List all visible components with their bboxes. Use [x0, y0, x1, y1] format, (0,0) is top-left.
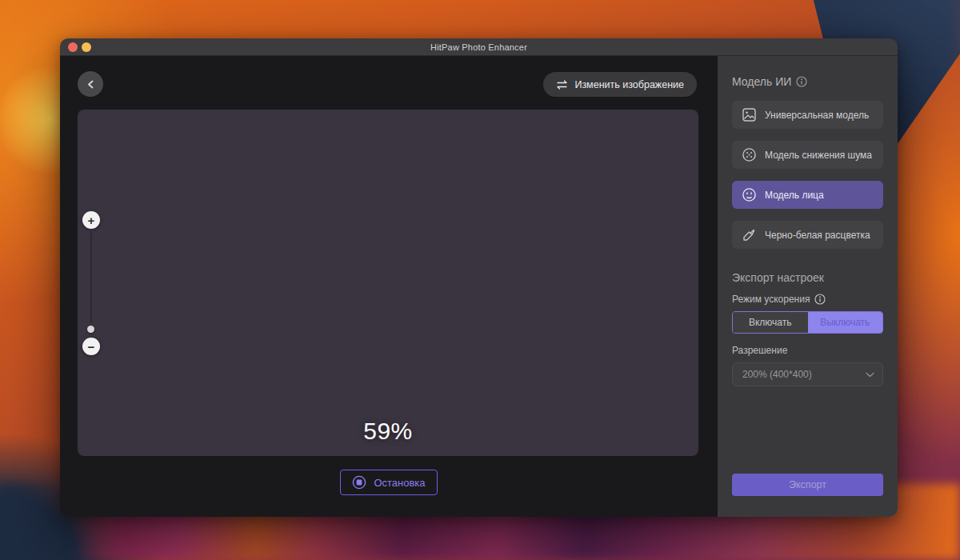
- export-button[interactable]: Экспорт: [732, 474, 883, 496]
- resolution-dropdown[interactable]: 200% (400*400): [732, 362, 883, 386]
- progress-percentage: 59%: [78, 418, 698, 445]
- close-window-button[interactable]: [68, 42, 78, 52]
- image-preview: 59% + −: [78, 110, 698, 456]
- chevron-left-icon: [86, 80, 95, 89]
- model-button-label: Модель снижения шума: [765, 150, 872, 161]
- resolution-value: 200% (400*400): [742, 369, 812, 380]
- change-image-button[interactable]: Изменить изображение: [543, 72, 697, 97]
- model-button-label: Универсальная модель: [765, 110, 869, 121]
- acceleration-toggle: Включать Выключать: [732, 311, 883, 334]
- window-title: HitPaw Photo Enhancer: [60, 42, 898, 52]
- window-titlebar[interactable]: HitPaw Photo Enhancer: [60, 38, 898, 56]
- brush-icon: [742, 227, 757, 242]
- zoom-slider-thumb[interactable]: [87, 326, 94, 333]
- main-area: Изменить изображение 59% + −: [60, 56, 718, 517]
- toggle-option-disable[interactable]: Выключать: [808, 312, 883, 333]
- zoom-slider-track[interactable]: [90, 232, 92, 323]
- image-icon: [742, 107, 757, 122]
- chevron-down-icon: [866, 372, 874, 378]
- zoom-control: + −: [82, 110, 101, 456]
- app-window: HitPaw Photo Enhancer Изменит: [60, 38, 898, 517]
- change-image-label: Изменить изображение: [574, 79, 684, 90]
- photo-being-enhanced: [78, 110, 698, 456]
- model-button-universal[interactable]: Универсальная модель: [732, 101, 883, 129]
- ai-model-header-label: Модель ИИ: [732, 75, 791, 88]
- model-button-colorize[interactable]: Черно-белая расцветка: [732, 221, 883, 249]
- noise-icon: [742, 147, 757, 162]
- model-button-label: Модель лица: [765, 190, 824, 201]
- minimize-window-button[interactable]: [82, 42, 91, 52]
- export-settings-header: Экспорт настроек: [732, 271, 883, 284]
- resolution-label: Разрешение: [732, 345, 883, 356]
- model-button-label: Черно-белая расцветка: [765, 230, 870, 241]
- toggle-option-enable[interactable]: Включать: [733, 312, 808, 333]
- desktop: HitPaw Photo Enhancer Изменит: [0, 0, 960, 560]
- acceleration-mode-row: Режим ускорения: [732, 294, 883, 305]
- stop-label: Остановка: [374, 477, 425, 489]
- model-button-denoise[interactable]: Модель снижения шума: [732, 141, 883, 169]
- back-button[interactable]: [78, 71, 103, 97]
- info-icon[interactable]: [796, 76, 807, 87]
- ai-model-header: Модель ИИ: [732, 75, 883, 88]
- sidebar: Модель ИИ: [718, 56, 898, 517]
- stop-icon: [352, 475, 366, 490]
- zoom-out-button[interactable]: −: [82, 338, 100, 355]
- acceleration-mode-label: Режим ускорения: [732, 294, 810, 305]
- face-icon: [742, 187, 757, 202]
- info-icon[interactable]: [814, 294, 826, 305]
- model-button-face[interactable]: Модель лица: [732, 181, 883, 209]
- swap-icon: [556, 80, 568, 90]
- zoom-in-button[interactable]: +: [82, 211, 100, 229]
- stop-button[interactable]: Остановка: [340, 470, 438, 495]
